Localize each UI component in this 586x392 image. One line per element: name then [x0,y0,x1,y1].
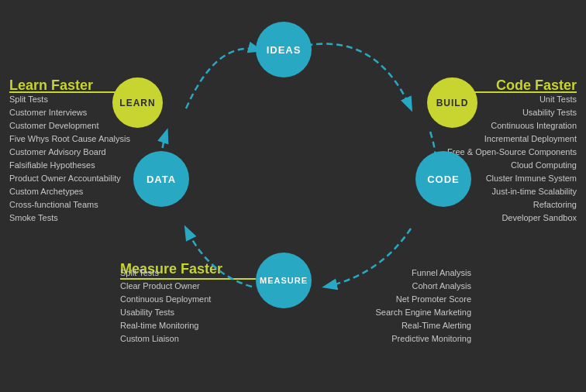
node-learn: LEARN [112,77,163,128]
node-learn-label: LEARN [119,98,155,108]
node-ideas: IDEAS [256,22,312,77]
node-measure-label: MEASURE [260,276,308,285]
node-build-label: BUILD [436,98,469,108]
node-measure: MEASURE [256,253,312,308]
node-code: CODE [415,151,471,207]
node-build: BUILD [427,77,477,128]
node-data: DATA [133,151,189,207]
main-diagram: IDEAS BUILD CODE MEASURE DATA LEARN Lear… [0,0,586,392]
node-ideas-label: IDEAS [267,44,302,56]
node-data-label: DATA [146,174,176,185]
node-code-label: CODE [427,174,460,185]
